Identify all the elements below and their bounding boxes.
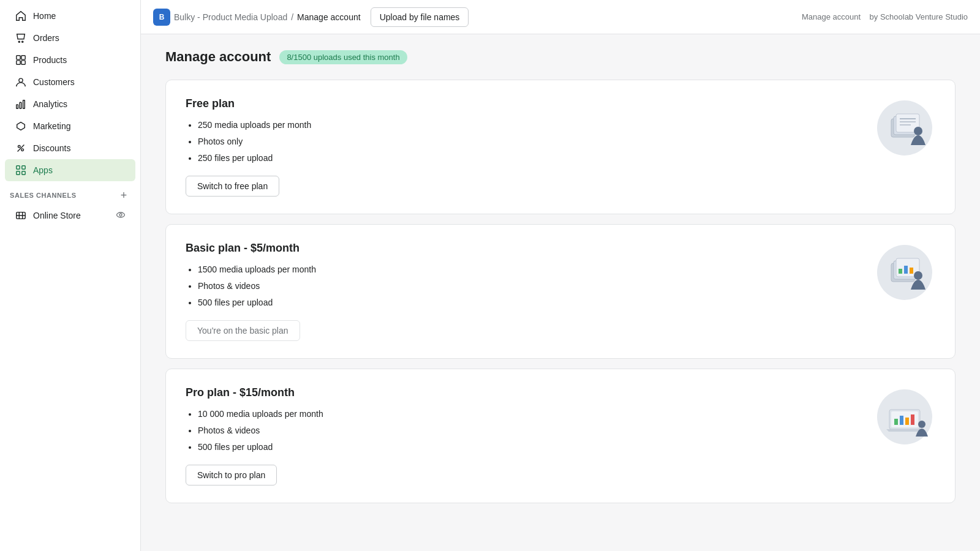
svg-rect-40	[905, 418, 909, 425]
basic-plan-card: Basic plan - $5/month 1500 media uploads…	[165, 224, 956, 359]
sales-channels-section: SALES CHANNELS +	[0, 181, 140, 204]
discounts-icon	[15, 142, 27, 154]
sidebar-item-apps-label: Apps	[33, 165, 53, 175]
topbar-manage-account: Manage account	[802, 12, 861, 21]
apps-icon	[15, 164, 27, 176]
pro-plan-left: Pro plan - $15/month 10 000 media upload…	[186, 386, 862, 485]
sidebar-item-orders-label: Orders	[33, 33, 59, 43]
svg-point-17	[117, 212, 125, 217]
breadcrumb-separator: /	[291, 12, 293, 22]
content-area: Manage account 8/1500 uploads used this …	[141, 34, 980, 551]
free-plan-left: Free plan 250 media uploads per month Ph…	[186, 97, 862, 197]
topbar-by-label: by Schoolab Venture Studio	[870, 12, 968, 21]
free-plan-features: 250 media uploads per month Photos only …	[186, 119, 862, 165]
sidebar-item-discounts[interactable]: Discounts	[5, 137, 135, 159]
topbar: B Bulky - Product Media Upload / Manage …	[141, 0, 980, 34]
page-title: Manage account	[165, 49, 271, 65]
svg-rect-39	[900, 416, 903, 425]
sidebar-item-online-store-label: Online Store	[33, 211, 81, 220]
free-feature-1: 250 media uploads per month	[198, 119, 862, 132]
breadcrumb: B Bulky - Product Media Upload / Manage …	[153, 9, 361, 26]
free-plan-card-inner: Free plan 250 media uploads per month Ph…	[186, 97, 935, 197]
sidebar-item-home[interactable]: Home	[5, 5, 135, 27]
free-plan-illustration	[874, 97, 935, 159]
topbar-right: Manage account by Schoolab Venture Studi…	[802, 12, 968, 21]
svg-rect-13	[22, 166, 25, 169]
usage-badge: 8/1500 uploads used this month	[279, 50, 407, 64]
main-area: B Bulky - Product Media Upload / Manage …	[141, 0, 980, 551]
free-feature-2: Photos only	[198, 135, 862, 148]
home-icon	[15, 10, 27, 22]
svg-point-1	[22, 41, 23, 42]
switch-to-pro-plan-button[interactable]: Switch to pro plan	[186, 465, 277, 485]
pro-plan-features: 10 000 media uploads per month Photos & …	[186, 408, 862, 454]
upload-by-file-names-button[interactable]: Upload by file names	[371, 7, 469, 27]
basic-plan-features: 1500 media uploads per month Photos & vi…	[186, 263, 862, 309]
svg-point-0	[18, 41, 20, 42]
breadcrumb-app-name: Bulky - Product Media Upload	[174, 12, 287, 22]
sidebar-item-customers-label: Customers	[33, 77, 75, 87]
products-icon	[15, 54, 27, 66]
sidebar-item-analytics[interactable]: Analytics	[5, 93, 135, 115]
sidebar-item-marketing[interactable]: Marketing	[5, 115, 135, 137]
svg-rect-5	[21, 61, 25, 64]
svg-rect-9	[23, 100, 25, 109]
free-feature-3: 250 files per upload	[198, 152, 862, 165]
basic-plan-illustration	[874, 242, 935, 303]
online-store-visibility-icon[interactable]	[116, 210, 126, 222]
svg-rect-2	[17, 56, 20, 59]
svg-rect-31	[899, 269, 902, 274]
svg-rect-12	[17, 166, 20, 169]
svg-point-11	[21, 149, 24, 151]
sidebar-nav: Home Orders Products	[0, 0, 140, 231]
svg-point-26	[914, 127, 922, 135]
breadcrumb-current: Manage account	[297, 12, 361, 22]
svg-point-34	[914, 271, 922, 280]
basic-feature-1: 1500 media uploads per month	[198, 263, 862, 276]
svg-rect-3	[21, 56, 25, 59]
sidebar-item-apps[interactable]: Apps	[5, 159, 135, 181]
basic-feature-3: 500 files per upload	[198, 296, 862, 309]
svg-rect-41	[911, 414, 914, 425]
svg-rect-33	[910, 268, 913, 274]
page-header: Manage account 8/1500 uploads used this …	[165, 49, 956, 65]
switch-to-free-plan-button[interactable]: Switch to free plan	[186, 176, 279, 197]
sidebar-item-products[interactable]: Products	[5, 49, 135, 71]
pro-plan-card-inner: Pro plan - $15/month 10 000 media upload…	[186, 386, 935, 485]
pro-feature-3: 500 files per upload	[198, 441, 862, 454]
sidebar-item-analytics-label: Analytics	[33, 99, 67, 109]
svg-rect-8	[20, 102, 21, 108]
svg-point-42	[918, 421, 925, 428]
sidebar-item-online-store[interactable]: Online Store	[5, 204, 135, 227]
sidebar-item-marketing-label: Marketing	[33, 121, 70, 131]
sidebar-item-products-label: Products	[33, 55, 67, 65]
basic-feature-2: Photos & videos	[198, 280, 862, 293]
marketing-icon	[15, 120, 27, 132]
svg-point-6	[19, 78, 23, 82]
free-plan-name: Free plan	[186, 97, 862, 110]
svg-point-10	[18, 146, 21, 148]
svg-rect-15	[22, 171, 25, 174]
sidebar-item-orders[interactable]: Orders	[5, 27, 135, 49]
sidebar-item-customers[interactable]: Customers	[5, 71, 135, 93]
orders-icon	[15, 32, 27, 44]
sidebar-item-home-label: Home	[33, 11, 56, 21]
pro-feature-1: 10 000 media uploads per month	[198, 408, 862, 421]
pro-feature-2: Photos & videos	[198, 424, 862, 437]
svg-rect-32	[904, 266, 908, 274]
pro-plan-card: Pro plan - $15/month 10 000 media upload…	[165, 369, 956, 503]
svg-rect-38	[894, 419, 898, 425]
basic-plan-left: Basic plan - $5/month 1500 media uploads…	[186, 242, 862, 341]
sidebar-item-discounts-label: Discounts	[33, 143, 70, 153]
svg-rect-7	[17, 105, 18, 108]
current-basic-plan-button: You're on the basic plan	[186, 320, 300, 341]
basic-plan-card-inner: Basic plan - $5/month 1500 media uploads…	[186, 242, 935, 341]
online-store-icon	[15, 209, 27, 222]
pro-plan-name: Pro plan - $15/month	[186, 386, 862, 399]
free-plan-card: Free plan 250 media uploads per month Ph…	[165, 80, 956, 214]
svg-rect-14	[17, 171, 20, 174]
app-icon: B	[153, 9, 170, 26]
customers-icon	[15, 76, 27, 88]
sidebar: Home Orders Products	[0, 0, 141, 551]
add-sales-channel-button[interactable]: +	[117, 189, 130, 202]
